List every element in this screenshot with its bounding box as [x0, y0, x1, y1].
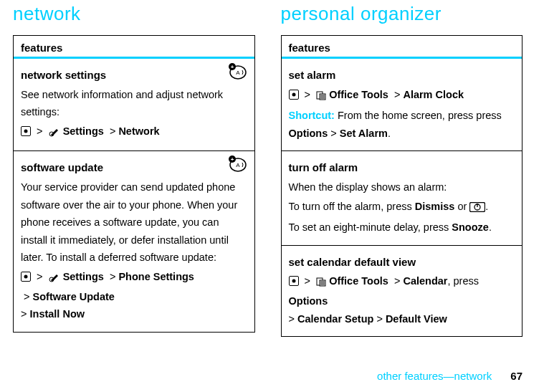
center-key-icon	[21, 272, 31, 282]
row-network-settings: +A network settings See network informat…	[14, 59, 254, 151]
title-turn-off-alarm: turn off alarm	[289, 158, 515, 177]
features-box-left: features +A network settings See network…	[13, 35, 255, 333]
title-network-settings: network settings	[21, 66, 247, 85]
title-calendar-default: set calendar default view	[289, 253, 515, 272]
path-calendar-default: > Office Tools > Calendar, press Options…	[289, 272, 515, 328]
row-turn-off-alarm: turn off alarm When the display shows an…	[282, 151, 522, 245]
row-set-alarm: set alarm > Office Tools > Alarm Clock S…	[282, 59, 522, 151]
svg-text:+: +	[230, 64, 234, 70]
heading-network: network	[13, 3, 255, 25]
svg-text:A: A	[236, 70, 240, 76]
body-software-update: Your service provider can send updated p…	[21, 178, 247, 267]
features-header-left: features	[14, 36, 254, 59]
settings-gear-icon	[49, 270, 60, 288]
footer-text: other features—network	[377, 370, 492, 382]
row-calendar-default: set calendar default view > Office Tools…	[282, 246, 522, 336]
office-tools-icon	[316, 88, 326, 106]
features-header-right: features	[282, 36, 522, 59]
svg-text:A: A	[236, 162, 240, 168]
office-tools-icon	[316, 274, 326, 292]
row-software-update: +A software update Your service provider…	[14, 151, 254, 332]
col-organizer: personal organizer features set alarm > …	[281, 3, 523, 337]
title-set-alarm: set alarm	[289, 66, 515, 85]
heading-organizer: personal organizer	[281, 3, 523, 25]
title-software-update: software update	[21, 158, 247, 177]
features-box-right: features set alarm > Office Tools > Alar…	[281, 35, 523, 337]
body-network-settings: See network information and adjust netwo…	[21, 86, 247, 121]
page-footer: other features—network 67	[377, 370, 522, 382]
center-key-icon	[21, 126, 31, 136]
svg-text:+: +	[230, 156, 234, 163]
center-key-icon	[289, 90, 299, 100]
center-key-icon	[289, 276, 299, 286]
ota-badge-icon: +A	[227, 63, 247, 80]
path-set-alarm: > Office Tools > Alarm Clock	[289, 86, 515, 106]
path-network-settings: > Settings > Network	[21, 123, 247, 143]
col-network: network features +A network settings See…	[13, 3, 255, 337]
line1-turn-off-alarm: When the display shows an alarm:	[289, 178, 515, 196]
ota-badge-icon: +A	[227, 156, 247, 173]
settings-gear-icon	[49, 125, 60, 143]
line2-turn-off-alarm: To turn off the alarm, press Dismiss or …	[289, 198, 515, 218]
shortcut-set-alarm: Shortcut: From the home screen, press pr…	[289, 107, 515, 142]
page-number: 67	[510, 370, 522, 382]
path-software-update: > Settings > Phone Settings > Software U…	[21, 268, 247, 323]
end-key-icon	[469, 200, 485, 218]
line3-turn-off-alarm: To set an eight-minute delay, press Snoo…	[289, 219, 515, 236]
